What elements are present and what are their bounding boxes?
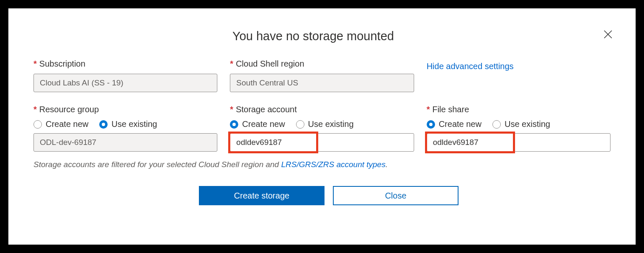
rg-use-existing-radio[interactable]: Use existing <box>99 119 157 129</box>
required-icon: * <box>33 59 37 69</box>
hide-advanced-link[interactable]: Hide advanced settings <box>427 59 611 71</box>
file-share-label: * File share <box>427 105 611 114</box>
file-share-field[interactable] <box>433 134 604 151</box>
required-icon: * <box>230 105 233 114</box>
close-button[interactable]: Close <box>333 186 459 205</box>
storage-account-field[interactable] <box>236 134 407 151</box>
storage-account-label: * Storage account <box>230 105 414 114</box>
radio-icon <box>492 120 501 129</box>
file-share-input[interactable] <box>427 133 611 152</box>
resource-group-dropdown[interactable]: ODL-dev-69187 <box>33 133 217 152</box>
radio-icon <box>99 120 108 129</box>
radio-icon <box>427 120 435 129</box>
required-icon: * <box>427 105 430 114</box>
filter-note: Storage accounts are filtered for your s… <box>33 160 611 169</box>
resource-group-label: * Resource group <box>33 105 217 114</box>
storage-account-input[interactable] <box>230 133 414 152</box>
rg-create-new-radio[interactable]: Create new <box>33 119 88 129</box>
region-dropdown[interactable]: South Central US <box>230 74 414 92</box>
fs-use-existing-radio[interactable]: Use existing <box>492 119 550 129</box>
close-icon[interactable] <box>603 29 613 41</box>
storage-dialog: You have no storage mounted * Subscripti… <box>8 8 636 245</box>
required-icon: * <box>230 59 233 69</box>
fs-create-new-radio[interactable]: Create new <box>427 119 482 129</box>
sa-use-existing-radio[interactable]: Use existing <box>296 119 354 129</box>
region-label: * Cloud Shell region <box>230 59 414 69</box>
radio-icon <box>33 120 42 129</box>
subscription-dropdown[interactable]: Cloud Labs AI (SS - 19) <box>33 74 217 92</box>
required-icon: * <box>33 105 37 114</box>
sa-create-new-radio[interactable]: Create new <box>230 119 285 129</box>
radio-icon <box>296 120 304 129</box>
dialog-title: You have no storage mounted <box>232 29 611 43</box>
radio-icon <box>230 120 238 129</box>
account-types-link[interactable]: LRS/GRS/ZRS account types <box>281 160 385 169</box>
create-storage-button[interactable]: Create storage <box>199 186 325 205</box>
subscription-label: * Subscription <box>33 59 217 69</box>
